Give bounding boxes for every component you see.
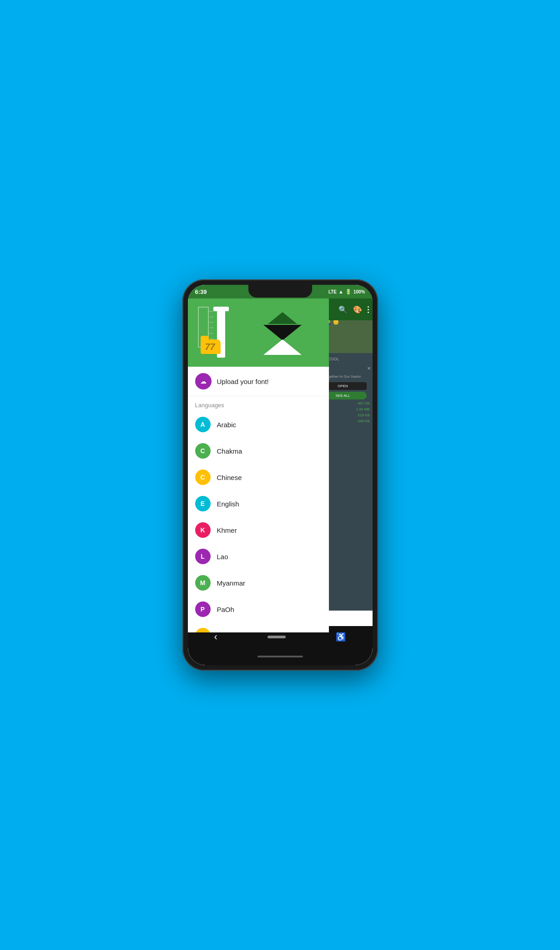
status-time: 6:39 xyxy=(195,288,207,295)
lang-circle-myanmar: M xyxy=(195,575,211,591)
lang-letter-paoh: P xyxy=(201,606,205,613)
language-item-khmer[interactable]: K Khmer xyxy=(188,517,329,543)
app-banner: 77 xyxy=(188,298,329,367)
lang-circle-paoh: P xyxy=(195,601,211,617)
bottom-gesture-pill xyxy=(257,656,303,657)
upload-icon: ☁ xyxy=(195,373,212,389)
lang-letter-english: E xyxy=(201,500,205,507)
language-item-lao[interactable]: L Lao xyxy=(188,543,329,570)
lang-name-paoh: PaOh xyxy=(217,606,234,613)
signal-icon: ▲ xyxy=(338,289,343,294)
home-pill[interactable] xyxy=(267,636,286,638)
cloud-upload-icon: ☁ xyxy=(200,378,207,385)
bg-close-icon[interactable]: ✕ xyxy=(367,366,371,371)
banner-font-text: 77 xyxy=(205,342,215,352)
phone-inner: 6:39 LTE ▲ 🔋 100% 👨👩👦 👨‍🦱👩‍🦱🧑 👨‍🦲👩‍🦲👶 xyxy=(188,285,373,665)
lang-letter-lao: L xyxy=(201,553,205,560)
lang-circle-chinese: C xyxy=(195,470,211,485)
language-item-russian[interactable]: R Russian xyxy=(188,622,329,632)
language-item-chakma[interactable]: C Chakma xyxy=(188,438,329,464)
lang-circle-arabic: A xyxy=(195,417,211,432)
status-right-icons: LTE ▲ 🔋 100% xyxy=(328,289,365,295)
dropbox-logo xyxy=(263,312,302,355)
lang-name-myanmar: Myanmar xyxy=(217,579,246,587)
language-item-myanmar[interactable]: M Myanmar xyxy=(188,570,329,596)
upload-label: Upload your font! xyxy=(217,378,269,385)
lang-letter-myanmar: M xyxy=(200,579,206,586)
lang-name-lao: Lao xyxy=(217,553,228,561)
lang-circle-russian: R xyxy=(195,628,211,632)
upload-section[interactable]: ☁ Upload your font! xyxy=(188,367,329,396)
lang-name-chinese: Chinese xyxy=(217,474,242,481)
more-options-icon[interactable] xyxy=(368,306,369,313)
lang-name-arabic: Arabic xyxy=(217,421,237,429)
lang-name-russian: Russian xyxy=(217,632,242,633)
lang-circle-lao: L xyxy=(195,549,211,564)
phone-outer: 6:39 LTE ▲ 🔋 100% 👨👩👦 👨‍🦱👩‍🦱🧑 👨‍🦲👩‍🦲👶 xyxy=(182,279,378,671)
phone-bottom-bar xyxy=(188,648,373,665)
languages-section: Languages A Arabic C Chakma C Chinese E … xyxy=(188,396,329,632)
phone-notch xyxy=(248,285,312,298)
battery-icon: 🔋 xyxy=(345,289,352,295)
language-item-english[interactable]: E English xyxy=(188,490,329,517)
lang-letter-khmer: K xyxy=(200,526,205,534)
lang-letter-russian: R xyxy=(200,632,205,632)
palette-icon[interactable]: 🎨 xyxy=(353,305,362,314)
bg-tab-cool[interactable]: COOL xyxy=(328,357,339,361)
lang-circle-english: E xyxy=(195,496,211,511)
lang-circle-khmer: K xyxy=(195,522,211,538)
lang-circle-chakma: C xyxy=(195,443,211,459)
language-list: A Arabic C Chakma C Chinese E English K … xyxy=(188,411,329,632)
lang-letter-chakma: C xyxy=(200,447,205,455)
language-item-arabic[interactable]: A Arabic xyxy=(188,411,329,438)
lang-letter-chinese: C xyxy=(200,474,205,481)
banner-cursor-top xyxy=(213,307,229,311)
search-icon[interactable]: 🔍 xyxy=(338,305,348,314)
lang-name-chakma: Chakma xyxy=(217,447,242,455)
language-item-chinese[interactable]: C Chinese xyxy=(188,464,329,490)
lang-letter-arabic: A xyxy=(200,421,205,428)
lang-name-english: English xyxy=(217,500,239,508)
lang-name-khmer: Khmer xyxy=(217,526,237,534)
languages-header: Languages xyxy=(188,396,329,411)
language-item-paoh[interactable]: P PaOh xyxy=(188,596,329,622)
accessibility-button[interactable]: ♿ xyxy=(332,630,349,644)
status-network: LTE xyxy=(328,289,337,294)
drawer-sheet: 77 ☁ xyxy=(188,298,329,632)
battery-percent: 100% xyxy=(353,289,365,294)
